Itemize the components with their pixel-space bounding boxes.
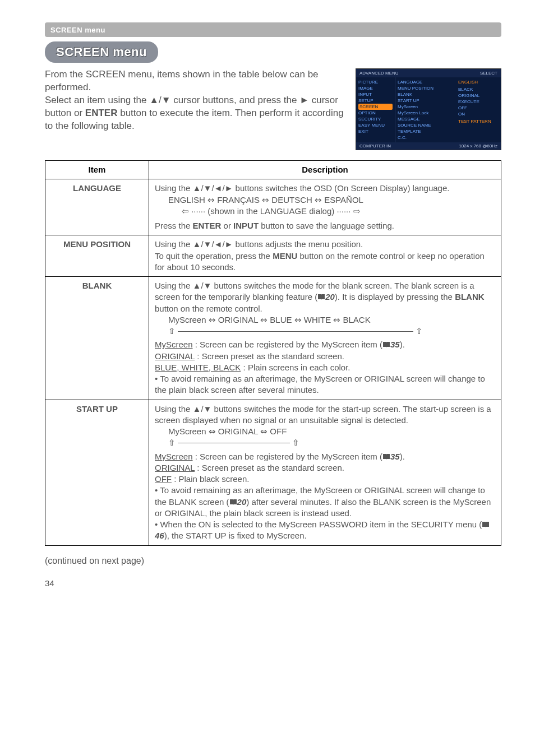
row-desc-menuposition: Using the ▲/▼/◄/► buttons adjusts the me… bbox=[149, 235, 501, 277]
osd-header-left: ADVANCED MENU bbox=[359, 71, 399, 76]
table-row: LANGUAGE Using the ▲/▼/◄/► buttons switc… bbox=[45, 179, 501, 235]
section-title: SCREEN menu bbox=[56, 45, 147, 59]
row-label-startup: START UP bbox=[45, 400, 149, 545]
osd-left-col: PICTURE IMAGE INPUT SETUP SCREEN OPTION … bbox=[356, 77, 395, 142]
th-item: Item bbox=[45, 161, 149, 179]
row-label-blank: BLANK bbox=[45, 277, 149, 400]
row-desc-startup: Using the ▲/▼ buttons switches the mode … bbox=[149, 400, 501, 545]
breadcrumb: SCREEN menu bbox=[45, 22, 501, 37]
row-label-language: LANGUAGE bbox=[45, 179, 149, 235]
table-row: BLANK Using the ▲/▼ buttons switches the… bbox=[45, 277, 501, 400]
osd-header-right: SELECT bbox=[480, 71, 497, 76]
osd-right-col: ENGLISH BLACK ORIGINAL EXECUTE OFF ON TE… bbox=[456, 77, 501, 142]
osd-footer-left: COMPUTER IN bbox=[359, 143, 391, 149]
continued-note: (continued on next page) bbox=[45, 556, 501, 566]
row-desc-language: Using the ▲/▼/◄/► buttons switches the O… bbox=[149, 179, 501, 235]
manual-ref-icon bbox=[229, 499, 237, 505]
osd-screenshot: ADVANCED MENU SELECT PICTURE IMAGE INPUT… bbox=[356, 68, 501, 150]
manual-ref-icon bbox=[382, 341, 390, 348]
page-number: 34 bbox=[45, 578, 501, 588]
breadcrumb-text: SCREEN menu bbox=[50, 26, 105, 34]
manual-ref-icon bbox=[482, 521, 490, 528]
osd-mid-col: LANGUAGE MENU POSITION BLANK START UP My… bbox=[395, 77, 456, 142]
th-desc: Description bbox=[149, 161, 501, 179]
section-title-pill: SCREEN menu bbox=[45, 41, 158, 63]
table-row: MENU POSITION Using the ▲/▼/◄/► buttons … bbox=[45, 235, 501, 277]
intro-paragraph: From the SCREEN menu, items shown in the… bbox=[45, 68, 348, 133]
row-label-menuposition: MENU POSITION bbox=[45, 235, 149, 277]
row-desc-blank: Using the ▲/▼ buttons switches the mode … bbox=[149, 277, 501, 400]
osd-footer-right: 1024 x 768 @60Hz bbox=[459, 143, 497, 149]
manual-ref-icon bbox=[317, 294, 325, 300]
table-row: START UP Using the ▲/▼ buttons switches … bbox=[45, 400, 501, 545]
manual-ref-icon bbox=[382, 453, 390, 460]
screen-menu-table: Item Description LANGUAGE Using the ▲/▼/… bbox=[45, 160, 501, 546]
